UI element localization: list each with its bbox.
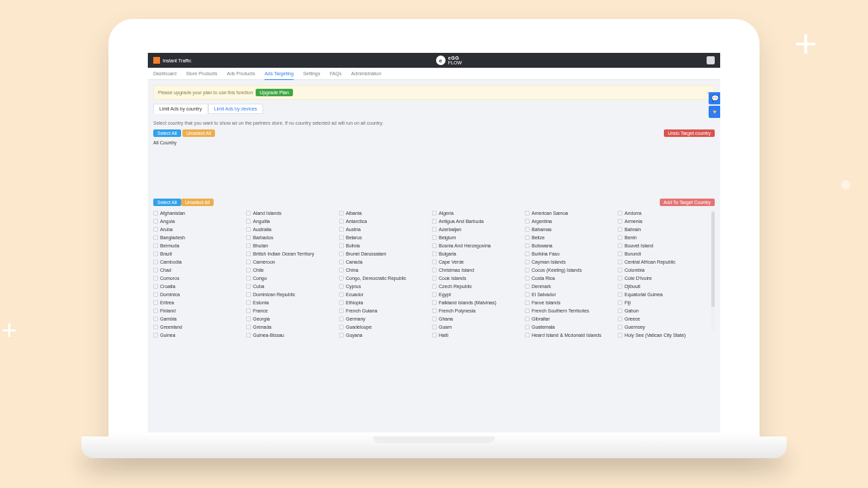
country-item[interactable]: Bouvet Island	[618, 241, 708, 249]
country-item[interactable]: Greece	[618, 314, 708, 323]
nav-settings[interactable]: Settings	[303, 68, 320, 79]
country-checkbox[interactable]	[618, 308, 623, 313]
country-checkbox[interactable]	[525, 308, 530, 313]
country-item[interactable]: Denmark	[525, 282, 615, 290]
country-item[interactable]: French Polynesia	[432, 306, 522, 314]
country-item[interactable]: Egypt	[432, 290, 522, 298]
country-item[interactable]: Faroe Islands	[525, 298, 615, 306]
country-checkbox[interactable]	[339, 243, 344, 248]
country-item[interactable]: Germany	[339, 314, 429, 323]
country-item[interactable]: Guinea	[153, 331, 243, 339]
country-item[interactable]: Estonia	[246, 298, 336, 306]
country-checkbox[interactable]	[432, 276, 437, 281]
country-item[interactable]: Cayman Islands	[525, 258, 615, 266]
country-item[interactable]: Dominican Republic	[246, 290, 336, 298]
country-item[interactable]: Afghanistan	[153, 209, 243, 217]
tab-limit-by-country[interactable]: Limit Ads by country	[153, 104, 208, 114]
country-checkbox[interactable]	[339, 300, 344, 305]
country-item[interactable]: Chad	[153, 266, 243, 274]
country-item[interactable]: Congo, Democratic Republic	[339, 274, 429, 282]
country-checkbox[interactable]	[153, 325, 158, 329]
country-checkbox[interactable]	[432, 333, 437, 338]
country-checkbox[interactable]	[618, 268, 623, 272]
country-item[interactable]: Armenia	[618, 217, 708, 225]
country-checkbox[interactable]	[618, 292, 623, 297]
country-item[interactable]: Botswana	[525, 241, 615, 249]
country-checkbox[interactable]	[618, 219, 623, 224]
country-item[interactable]: Aruba	[153, 225, 243, 233]
country-checkbox[interactable]	[246, 219, 251, 224]
country-item[interactable]: El Salvador	[525, 290, 615, 298]
country-checkbox[interactable]	[525, 211, 530, 216]
country-item[interactable]: Greenland	[153, 323, 243, 331]
country-checkbox[interactable]	[432, 300, 437, 305]
country-item[interactable]: Finland	[153, 306, 243, 314]
country-item[interactable]: Cape Verde	[432, 258, 522, 266]
country-checkbox[interactable]	[339, 317, 344, 321]
unselect-all-grid-button[interactable]: Unselect All	[181, 199, 214, 206]
favorite-button[interactable]: ♥	[709, 106, 720, 118]
undo-target-country-button[interactable]: Undo Target country	[664, 129, 715, 137]
country-checkbox[interactable]	[153, 219, 158, 224]
country-checkbox[interactable]	[246, 251, 251, 256]
country-checkbox[interactable]	[618, 284, 623, 289]
country-checkbox[interactable]	[339, 284, 344, 289]
country-item[interactable]: Grenada	[246, 323, 336, 331]
country-checkbox[interactable]	[525, 219, 530, 224]
country-item[interactable]: Central African Republic	[618, 258, 708, 266]
country-checkbox[interactable]	[246, 235, 251, 240]
country-item[interactable]: Holy See (Vatican City State)	[618, 331, 708, 339]
country-item[interactable]: Comoros	[153, 274, 243, 282]
country-item[interactable]: British Indian Ocean Territory	[246, 249, 336, 258]
country-checkbox[interactable]	[246, 227, 251, 232]
country-scrollbar[interactable]	[711, 211, 715, 331]
country-checkbox[interactable]	[618, 243, 623, 248]
country-checkbox[interactable]	[525, 317, 530, 321]
country-checkbox[interactable]	[525, 325, 530, 329]
country-item[interactable]: Haiti	[432, 331, 522, 339]
country-checkbox[interactable]	[246, 317, 251, 321]
country-checkbox[interactable]	[618, 276, 623, 281]
add-to-target-country-button[interactable]: Add To Target Country	[660, 199, 715, 206]
country-checkbox[interactable]	[246, 325, 251, 329]
country-item[interactable]: Cambodia	[153, 258, 243, 266]
country-checkbox[interactable]	[525, 235, 530, 240]
nav-ads-products[interactable]: Ads Products	[227, 68, 256, 79]
nav-ads-targeting[interactable]: Ads Targeting	[264, 68, 294, 80]
country-checkbox[interactable]	[525, 333, 530, 338]
country-checkbox[interactable]	[246, 276, 251, 281]
country-checkbox[interactable]	[153, 292, 158, 297]
country-checkbox[interactable]	[525, 227, 530, 232]
country-checkbox[interactable]	[618, 235, 623, 240]
country-checkbox[interactable]	[618, 251, 623, 256]
country-item[interactable]: Gabon	[618, 306, 708, 314]
country-checkbox[interactable]	[246, 260, 251, 264]
country-item[interactable]: Belarus	[339, 233, 429, 241]
nav-store-products[interactable]: Store Products	[186, 68, 217, 79]
country-checkbox[interactable]	[339, 268, 344, 272]
country-item[interactable]: Brazil	[153, 249, 243, 258]
country-item[interactable]: Guam	[432, 323, 522, 331]
country-checkbox[interactable]	[153, 284, 158, 289]
country-checkbox[interactable]	[525, 260, 530, 264]
country-item[interactable]: Guadeloupe	[339, 323, 429, 331]
tab-limit-by-devices[interactable]: Limit Ads by devices	[208, 104, 263, 114]
country-item[interactable]: Aland Islands	[246, 209, 336, 217]
country-checkbox[interactable]	[246, 211, 251, 216]
country-item[interactable]: Azerbaijan	[432, 225, 522, 233]
country-item[interactable]: Angola	[153, 217, 243, 225]
country-item[interactable]: Falkland Islands (Malvinas)	[432, 298, 522, 306]
country-item[interactable]: Canada	[339, 258, 429, 266]
country-checkbox[interactable]	[153, 227, 158, 232]
country-item[interactable]: French Guiana	[339, 306, 429, 314]
country-item[interactable]: Australia	[246, 225, 336, 233]
country-item[interactable]: Guinea-Bissau	[246, 331, 336, 339]
country-checkbox[interactable]	[153, 268, 158, 272]
country-item[interactable]: Cuba	[246, 282, 336, 290]
country-item[interactable]: Cook Islands	[432, 274, 522, 282]
country-item[interactable]: Antigua And Barbuda	[432, 217, 522, 225]
country-item[interactable]: Croatia	[153, 282, 243, 290]
country-item[interactable]: Belgium	[432, 233, 522, 241]
country-item[interactable]: Bhutan	[246, 241, 336, 249]
country-item[interactable]: Christmas Island	[432, 266, 522, 274]
